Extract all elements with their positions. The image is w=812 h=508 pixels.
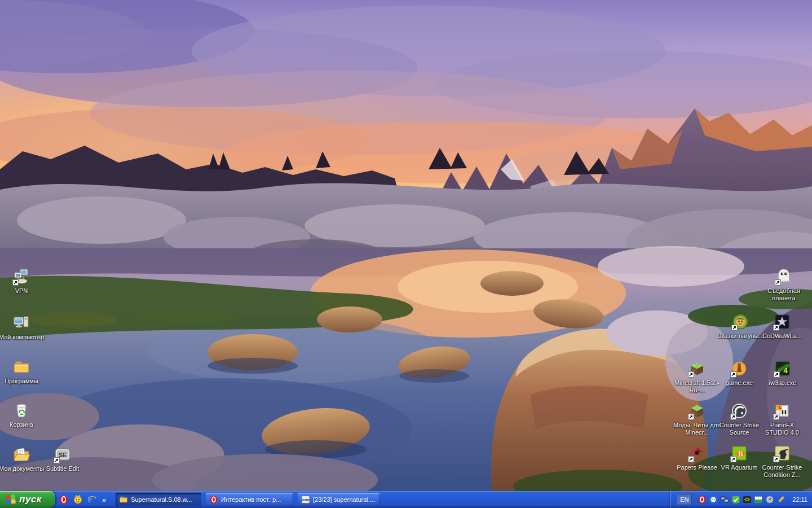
desktop-icon-label: Papers Please: [673, 464, 721, 471]
taskbar-clock[interactable]: 22:11: [792, 496, 807, 503]
desktop-icon-vr-aquarium[interactable]: VR Aquarium: [716, 444, 763, 471]
desktop-icon-label: Сказки лагуны...: [717, 332, 764, 340]
tray-status-card[interactable]: [754, 495, 763, 504]
task-label: Supernatural.S.08.w...: [131, 496, 192, 503]
desktop-icon-pianofx[interactable]: PianoFX STUDIO 4.0: [758, 402, 806, 436]
folder-icon: [12, 358, 30, 376]
opera-icon: [698, 495, 707, 504]
svg-text:4: 4: [783, 366, 788, 375]
desktop-icon-my-documents[interactable]: Мои документы: [0, 445, 45, 472]
desktop-icon-papers-please[interactable]: Papers Please: [673, 444, 721, 471]
network-computers-icon: [720, 495, 729, 504]
my-documents-icon: [12, 445, 30, 463]
shortcut-arrow-icon: [775, 279, 781, 286]
shortcut-arrow-icon: [773, 456, 779, 462]
shortcut-arrow-icon: [730, 456, 736, 462]
start-button[interactable]: пуск: [0, 491, 55, 508]
language-indicator[interactable]: EN: [677, 494, 692, 505]
desktop-icon-label: Counter Strike Source: [716, 422, 763, 436]
opera-icon: [59, 494, 69, 505]
desktop-icon-label: Программы: [0, 378, 45, 385]
desktop-icon-recycle-bin[interactable]: Корзина: [0, 401, 45, 428]
update-check-icon: [731, 495, 740, 504]
taskbar: пуск e: [0, 491, 812, 508]
task-label: [23/23] supernatural....: [313, 496, 375, 503]
desktop-icon-cs-condition-zero[interactable]: Counter-Strike Condition Z...: [758, 444, 806, 479]
windows-xp-desktop: VPN Мой компьютер Программы: [0, 0, 812, 508]
tray-opera[interactable]: [698, 495, 707, 504]
shortcut-arrow-icon: [731, 325, 738, 331]
internet-explorer-icon: e: [87, 494, 97, 505]
shortcut-arrow-icon: [730, 371, 736, 378]
shortcut-arrow-icon: [12, 279, 19, 286]
shortcut-arrow-icon: [773, 414, 779, 420]
shortcut-arrow-icon: [54, 457, 60, 463]
tray-pencil[interactable]: [776, 495, 785, 504]
desktop-icon-label: Мой компьютер: [0, 334, 45, 341]
tray-gauge[interactable]: [765, 495, 774, 504]
desktop-icon-minecraft-mods[interactable]: Моды, Читы для Minecr...: [673, 402, 721, 436]
pencil-icon: [776, 495, 785, 504]
desktop-icon-label: game.exe: [716, 379, 763, 387]
quick-launch-overflow-chevron[interactable]: »: [101, 496, 107, 504]
recycle-bin-icon: [12, 401, 30, 419]
quick-launch-internet-explorer[interactable]: e: [87, 494, 97, 505]
desktop-icon-label: iw3sp.exe: [759, 379, 806, 387]
desktop-icon-game-exe[interactable]: game.exe: [716, 360, 763, 387]
kmplayer-icon: KMP: [301, 495, 310, 504]
shortcut-arrow-icon: [774, 371, 780, 378]
gauge-icon: [765, 495, 774, 504]
status-card-icon: [754, 495, 763, 504]
desktop-icon-minecraft[interactable]: Minecraft 1.5.2 - Ru-...: [673, 360, 721, 394]
windows-logo-icon: [5, 494, 16, 505]
taskbar-task-kmplayer[interactable]: KMP [23/23] supernatural....: [298, 493, 379, 506]
desktop-icon-codwaw[interactable]: CoDWaWLa...: [758, 313, 806, 340]
start-button-label: пуск: [19, 494, 42, 505]
taskbar-task-opera-page[interactable]: Интерактив пост: p...: [206, 493, 293, 506]
qip-icon: [73, 494, 83, 505]
desktop-icon-programs[interactable]: Программы: [0, 358, 45, 385]
quick-launch-bar: e »: [59, 491, 107, 508]
shortcut-arrow-icon: [773, 325, 779, 331]
shortcut-arrow-icon: [688, 371, 694, 378]
desktop-icon-label: Съедобная планета: [760, 287, 807, 302]
desktop-icon-vpn[interactable]: VPN: [0, 268, 45, 295]
desktop-icon-lagoon-tales[interactable]: Сказки лагуны...: [717, 313, 764, 340]
desktop-icon-label: Корзина: [0, 421, 45, 428]
desktop-icon-counter-strike-source[interactable]: Counter Strike Source: [716, 402, 763, 436]
svg-text:e: e: [88, 494, 92, 504]
nvidia-icon: [743, 495, 752, 504]
desktop-icon-label: Counter-Strike Condition Z...: [758, 464, 806, 479]
quick-launch-qip[interactable]: [73, 494, 83, 505]
shortcut-arrow-icon: [688, 414, 694, 420]
desktop-icon-label: Мои документы: [0, 465, 45, 472]
desktop-icon-label: Subtitle Edit: [39, 465, 86, 472]
desktop-icon-label: CoDWaWLa...: [758, 332, 806, 340]
quick-launch-opera[interactable]: [59, 494, 69, 505]
desktop-icon-label: VR Aquarium: [716, 464, 763, 471]
folder-icon: [119, 495, 128, 504]
shortcut-arrow-icon: [688, 456, 694, 462]
desktop-icon-label: Minecraft 1.5.2 - Ru-...: [673, 379, 721, 394]
desktop-icon-iw3sp[interactable]: 4 iw3sp.exe: [759, 360, 806, 387]
desktop-icon-subtitle-edit[interactable]: SE Subtitle Edit: [39, 445, 86, 472]
desktop-icon-edible-planet[interactable]: Съедобная планета: [760, 268, 807, 302]
opera-icon: [209, 495, 218, 504]
desktop-icon-label: VPN: [0, 287, 45, 295]
tray-teamviewer[interactable]: [709, 495, 718, 504]
tray-update-check[interactable]: [731, 495, 740, 504]
tray-network-computers[interactable]: [720, 495, 729, 504]
svg-text:KMP: KMP: [302, 498, 309, 502]
system-tray: EN: [670, 491, 812, 508]
desktop-icon-my-computer[interactable]: Мой компьютер: [0, 314, 45, 341]
my-computer-icon: [12, 314, 30, 332]
desktop-icon-label: Моды, Читы для Minecr...: [673, 422, 721, 436]
taskbar-task-supernatural-folder[interactable]: Supernatural.S.08.w...: [116, 493, 201, 506]
shortcut-arrow-icon: [730, 414, 736, 420]
tray-nvidia[interactable]: [743, 495, 752, 504]
task-label: Интерактив пост: p...: [221, 496, 281, 503]
teamviewer-icon: [709, 495, 718, 504]
desktop-icon-label: PianoFX STUDIO 4.0: [758, 422, 806, 436]
